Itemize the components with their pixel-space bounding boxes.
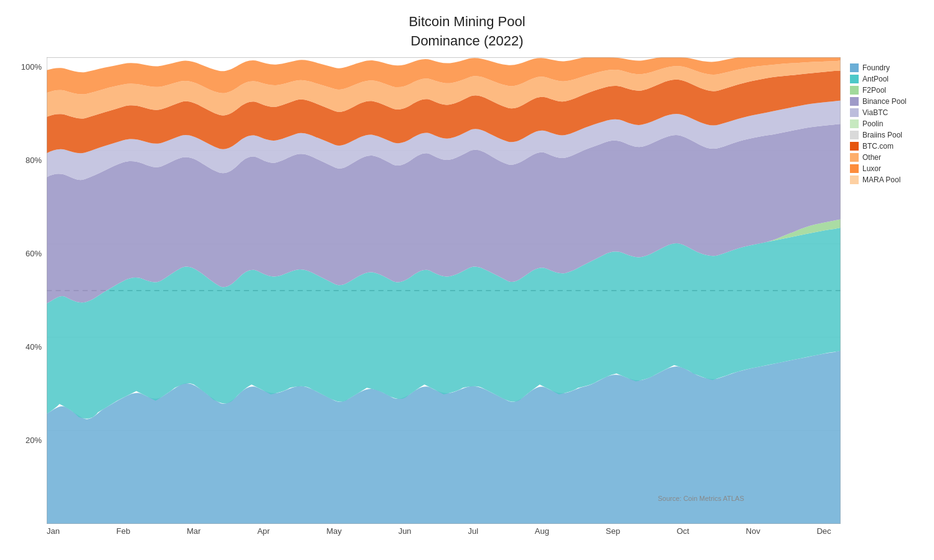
- legend-label-btccom: BTC.com: [862, 142, 894, 151]
- legend-item-f2pool: F2Pool: [850, 86, 922, 95]
- legend-item-braiins: Braiins Pool: [850, 131, 922, 139]
- legend-label-viabtc: ViaBTC: [862, 108, 888, 117]
- legend-label-luxor: Luxor: [862, 164, 881, 173]
- x-label-oct: Oct: [677, 526, 689, 536]
- legend-item-viabtc: ViaBTC: [850, 108, 922, 117]
- y-label-40: 40%: [26, 342, 42, 351]
- legend-item-mara: MARA Pool: [850, 175, 922, 184]
- x-label-dec: Dec: [817, 526, 831, 536]
- x-label-may: May: [326, 526, 342, 536]
- legend-color-foundry: [850, 63, 859, 72]
- legend-label-binance: Binance Pool: [862, 97, 907, 106]
- y-axis: 100% 80% 60% 40% 20%: [12, 57, 47, 524]
- chart-and-legend: Source: Coin Metrics ATLAS Foundry AntPo…: [47, 57, 922, 524]
- legend-label-f2pool: F2Pool: [862, 86, 886, 95]
- y-label-20: 20%: [26, 435, 42, 444]
- legend-color-mara: [850, 175, 859, 184]
- legend-color-luxor: [850, 164, 859, 173]
- x-label-jan: Jan: [47, 526, 60, 536]
- x-label-mar: Mar: [187, 526, 200, 536]
- y-label-100: 100%: [21, 62, 42, 71]
- x-label-jul: Jul: [468, 526, 478, 536]
- x-label-apr: Apr: [257, 526, 270, 536]
- chart-area: 100% 80% 60% 40% 20%: [12, 57, 922, 524]
- chart-container: Bitcoin Mining Pool Dominance (2022) 100…: [0, 0, 934, 560]
- legend-color-antpool: [850, 75, 859, 83]
- legend-color-braiins: [850, 131, 859, 139]
- legend-label-mara: MARA Pool: [862, 175, 900, 184]
- legend-color-poolin: [850, 119, 859, 128]
- legend-label-foundry: Foundry: [862, 63, 890, 72]
- legend-label-braiins: Braiins Pool: [862, 131, 902, 139]
- legend-item-poolin: Poolin: [850, 119, 922, 128]
- legend-item-other: Other: [850, 153, 922, 162]
- legend-item-foundry: Foundry: [850, 63, 922, 72]
- legend-label-antpool: AntPool: [862, 75, 889, 83]
- x-label-feb: Feb: [116, 526, 130, 536]
- legend-color-f2pool: [850, 86, 859, 95]
- legend-label-poolin: Poolin: [862, 119, 883, 128]
- legend-item-luxor: Luxor: [850, 164, 922, 173]
- chart-title: Bitcoin Mining Pool Dominance (2022): [12, 12, 922, 51]
- legend-label-other: Other: [862, 153, 881, 162]
- legend-item-btccom: BTC.com: [850, 142, 922, 151]
- legend-color-btccom: [850, 142, 859, 151]
- x-label-nov: Nov: [746, 526, 760, 536]
- legend-item-antpool: AntPool: [850, 75, 922, 83]
- x-label-jun: Jun: [399, 526, 412, 536]
- legend-color-viabtc: [850, 108, 859, 117]
- x-label-aug: Aug: [535, 526, 549, 536]
- legend-color-other: [850, 153, 859, 162]
- source-text: Source: Coin Metrics ATLAS: [658, 495, 744, 502]
- chart-legend: Foundry AntPool F2Pool Binance Pool ViaB…: [841, 57, 922, 524]
- x-label-sep: Sep: [606, 526, 620, 536]
- chart-svg-area: Source: Coin Metrics ATLAS: [47, 57, 841, 524]
- legend-item-binance: Binance Pool: [850, 97, 922, 106]
- y-label-80: 80%: [26, 155, 42, 164]
- legend-color-binance: [850, 97, 859, 106]
- chart-svg: [47, 57, 841, 524]
- x-axis-labels: Jan Feb Mar Apr May Jun Jul Aug Sep Oct …: [12, 526, 922, 536]
- y-label-60: 60%: [26, 248, 42, 258]
